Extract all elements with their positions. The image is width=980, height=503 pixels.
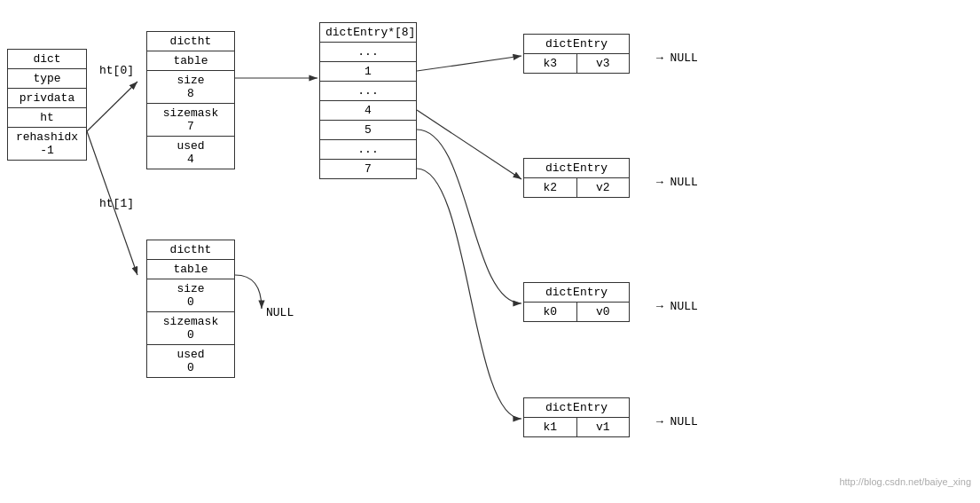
entry-array-2: ...: [320, 82, 416, 101]
null-entry3: → NULL: [656, 415, 698, 428]
null-ht1: NULL: [266, 306, 294, 319]
entry1-k: k2: [524, 178, 577, 197]
entry2-header: dictEntry: [524, 283, 629, 303]
null-entry2: → NULL: [656, 300, 698, 313]
null-entry0: → NULL: [656, 51, 698, 65]
entry3-header: dictEntry: [524, 398, 629, 418]
entry0-v: v3: [577, 54, 630, 73]
entry2-k: k0: [524, 303, 577, 321]
dictht1-used: used0: [147, 345, 234, 377]
dictht1-header: dictht: [147, 240, 234, 260]
dictht1-box: dictht table size0 sizemask0 used0: [146, 240, 235, 378]
entry2-v: v0: [577, 303, 630, 321]
entry1-header: dictEntry: [524, 159, 629, 178]
ht1-label: ht[1]: [99, 197, 134, 210]
entry3-v: v1: [577, 418, 630, 436]
entry3-k: k1: [524, 418, 577, 436]
dictht0-sizemask: sizemask7: [147, 104, 234, 137]
dictht0-header: dictht: [147, 32, 234, 51]
entry0-kv: k3 v3: [524, 54, 629, 73]
entry1-kv: k2 v2: [524, 178, 629, 197]
entry3-kv: k1 v1: [524, 418, 629, 436]
entry-array-5: ...: [320, 140, 416, 160]
entry-array-box: dictEntry*[8] ... 1 ... 4 5 ... 7: [319, 22, 417, 179]
entry-array-6: 7: [320, 160, 416, 178]
entry1-v: v2: [577, 178, 630, 197]
diagram: dict type privdata ht rehashidx-1 ht[0] …: [0, 0, 980, 503]
entry-array-header: dictEntry*[8]: [320, 23, 416, 43]
entry-array-0: ...: [320, 43, 416, 62]
entry2-kv: k0 v0: [524, 303, 629, 321]
dictht1-table: table: [147, 260, 234, 279]
dict-label: dict: [8, 50, 86, 69]
entry-array-3: 4: [320, 101, 416, 121]
dictht0-box: dictht table size8 sizemask7 used4: [146, 31, 235, 169]
dictht1-sizemask: sizemask0: [147, 312, 234, 345]
dict-ht: ht: [8, 108, 86, 128]
ht0-label: ht[0]: [99, 64, 134, 77]
dictht1-size: size0: [147, 279, 234, 312]
null-entry1: → NULL: [656, 176, 698, 189]
dictht0-table: table: [147, 51, 234, 71]
dict-box: dict type privdata ht rehashidx-1: [7, 49, 87, 161]
entry-array-1: 1: [320, 62, 416, 82]
dictht0-size: size8: [147, 71, 234, 104]
dictht0-used: used4: [147, 137, 234, 169]
dict-rehashidx: rehashidx-1: [8, 128, 86, 160]
entry0-header: dictEntry: [524, 35, 629, 54]
entry-box-1: dictEntry k2 v2: [523, 158, 630, 198]
dict-privdata: privdata: [8, 89, 86, 108]
entry-box-2: dictEntry k0 v0: [523, 282, 630, 322]
watermark: http://blog.csdn.net/baiye_xing: [839, 476, 971, 487]
entry-array-4: 5: [320, 121, 416, 140]
entry-box-3: dictEntry k1 v1: [523, 397, 630, 437]
entry-box-0: dictEntry k3 v3: [523, 34, 630, 74]
entry0-k: k3: [524, 54, 577, 73]
dict-type: type: [8, 69, 86, 89]
